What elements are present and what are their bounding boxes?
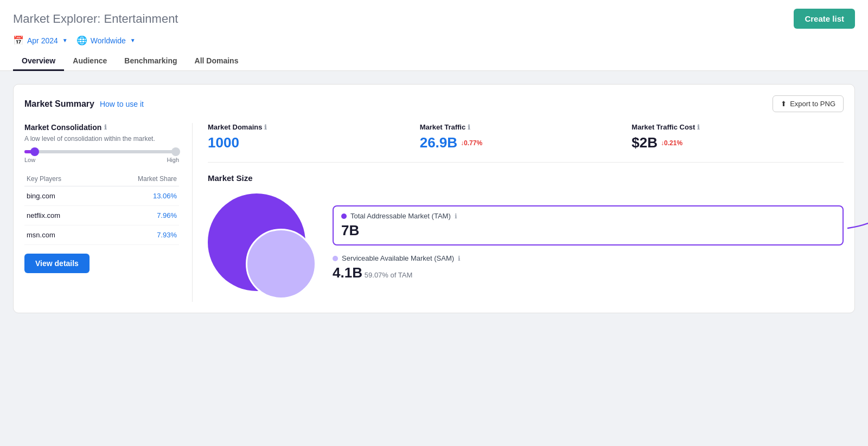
- market-size-section: Market Size: [208, 173, 844, 302]
- date-chevron-icon: ▼: [62, 37, 68, 43]
- col-players-header: Key Players: [24, 172, 98, 186]
- table-row: msn.com7.93%: [24, 225, 179, 245]
- consolidation-title-text: Market Consolidation: [24, 123, 101, 132]
- tab-overview[interactable]: Overview: [13, 52, 64, 71]
- tab-all-domains[interactable]: All Domains: [186, 52, 247, 71]
- export-button[interactable]: ⬆ Export to PNG: [773, 95, 844, 112]
- sam-item: Serviceable Available Market (SAM) ℹ 4.1…: [333, 254, 844, 281]
- region-filter-label: Worldwide: [91, 36, 126, 45]
- tam-arrow: [843, 190, 868, 234]
- key-players-table: Key Players Market Share bing.com13.06%n…: [24, 172, 179, 245]
- player-domain: netflix.com: [24, 206, 98, 225]
- market-size-content: Total Addressable Market (TAM) ℹ 7B: [208, 193, 844, 302]
- metric-traffic-cost-info-icon[interactable]: ℹ: [697, 124, 700, 131]
- create-list-button[interactable]: Create list: [794, 9, 855, 29]
- metric-traffic-info-icon[interactable]: ℹ: [468, 124, 470, 131]
- metric-domains-value: 1000: [208, 134, 409, 151]
- metric-traffic: Market Traffic ℹ 26.9B ↓0.77%: [420, 123, 632, 151]
- consolidation-description: A low level of consolidation within the …: [24, 135, 179, 143]
- metric-traffic-cost-value: $2B ↓0.21%: [631, 134, 833, 151]
- sam-percent: 59.07% of TAM: [365, 271, 412, 279]
- region-chevron-icon: ▼: [130, 37, 136, 43]
- table-row: netflix.com7.96%: [24, 206, 179, 225]
- player-domain: msn.com: [24, 225, 98, 245]
- tab-audience[interactable]: Audience: [64, 52, 116, 71]
- metric-traffic-cost-change: ↓0.21%: [661, 139, 682, 147]
- consolidation-info-icon[interactable]: ℹ: [104, 124, 107, 131]
- tam-value: 7B: [341, 222, 835, 239]
- date-filter-button[interactable]: 📅 Apr 2024 ▼: [13, 35, 68, 46]
- venn-inner-circle: [246, 229, 316, 299]
- player-share: 13.06%: [98, 186, 179, 206]
- metric-traffic-cost-label: Market Traffic Cost: [631, 123, 695, 131]
- player-share: 7.93%: [98, 225, 179, 245]
- slider-high-label: High: [167, 157, 179, 163]
- metric-traffic-number: 26.9B: [420, 134, 457, 151]
- col-share-header: Market Share: [98, 172, 179, 186]
- tam-dot: [341, 214, 347, 219]
- tam-info-icon[interactable]: ℹ: [455, 212, 457, 220]
- calendar-icon: 📅: [13, 35, 24, 46]
- consolidation-slider[interactable]: [24, 150, 179, 153]
- sam-value: 4.1B: [333, 264, 362, 281]
- export-label: Export to PNG: [790, 100, 835, 108]
- sam-dot: [333, 256, 338, 261]
- view-details-button[interactable]: View details: [24, 254, 90, 273]
- card-body: Market Consolidation ℹ A low level of co…: [24, 123, 844, 302]
- metric-domains: Market Domains ℹ 1000: [208, 123, 420, 151]
- metric-traffic-cost: Market Traffic Cost ℹ $2B ↓0.21%: [631, 123, 844, 151]
- tam-box: Total Addressable Market (TAM) ℹ 7B: [333, 205, 844, 245]
- title-row: Market Explorer: Entertainment Create li…: [13, 9, 855, 29]
- upload-icon: ⬆: [781, 100, 787, 108]
- region-filter-button[interactable]: 🌐 Worldwide ▼: [76, 35, 136, 46]
- left-panel: Market Consolidation ℹ A low level of co…: [24, 123, 193, 302]
- main-content: Market Summary How to use it ⬆ Export to…: [0, 71, 868, 326]
- slider-labels: Low High: [24, 157, 179, 163]
- card-title: Market Summary: [24, 99, 94, 109]
- metric-traffic-change: ↓0.77%: [461, 139, 482, 147]
- sam-info-icon[interactable]: ℹ: [458, 255, 461, 262]
- slider-track: [24, 150, 179, 153]
- metric-traffic-value: 26.9B ↓0.77%: [420, 134, 621, 151]
- metrics-row: Market Domains ℹ 1000 Market Traffic ℹ 2…: [208, 123, 844, 163]
- title-subtitle: Entertainment: [104, 12, 178, 25]
- card-header: Market Summary How to use it ⬆ Export to…: [24, 95, 844, 112]
- globe-icon: 🌐: [76, 35, 87, 46]
- metric-traffic-cost-number: $2B: [631, 134, 658, 151]
- card-title-row: Market Summary How to use it: [24, 99, 144, 109]
- metric-domains-label: Market Domains: [208, 123, 262, 131]
- page-title: Market Explorer: Entertainment: [13, 12, 178, 26]
- nav-tabs: Overview Audience Benchmarking All Domai…: [13, 52, 855, 70]
- market-summary-card: Market Summary How to use it ⬆ Export to…: [13, 84, 855, 313]
- market-size-title: Market Size: [208, 173, 844, 183]
- market-legend: Total Addressable Market (TAM) ℹ 7B: [333, 205, 844, 290]
- top-bar: Market Explorer: Entertainment Create li…: [0, 0, 868, 71]
- how-to-link[interactable]: How to use it: [100, 100, 144, 108]
- metric-domains-info-icon[interactable]: ℹ: [264, 124, 267, 131]
- sam-value-row: 4.1B 59.07% of TAM: [333, 264, 844, 281]
- date-filter-label: Apr 2024: [27, 36, 58, 45]
- title-bold: Market Explorer:: [13, 12, 100, 25]
- metric-traffic-label: Market Traffic: [420, 123, 466, 131]
- table-row: bing.com13.06%: [24, 186, 179, 206]
- tam-label: Total Addressable Market (TAM): [350, 212, 451, 220]
- tab-benchmarking[interactable]: Benchmarking: [116, 52, 186, 71]
- slider-thumb-left: [30, 147, 39, 156]
- filters-row: 📅 Apr 2024 ▼ 🌐 Worldwide ▼: [13, 35, 855, 46]
- slider-thumb-right: [171, 147, 180, 156]
- player-share: 7.96%: [98, 206, 179, 225]
- consolidation-title: Market Consolidation ℹ: [24, 123, 179, 132]
- right-panel: Market Domains ℹ 1000 Market Traffic ℹ 2…: [193, 123, 844, 302]
- venn-diagram: [208, 193, 316, 302]
- sam-label: Serviceable Available Market (SAM): [342, 254, 454, 262]
- slider-low-label: Low: [24, 157, 35, 163]
- player-domain: bing.com: [24, 186, 98, 206]
